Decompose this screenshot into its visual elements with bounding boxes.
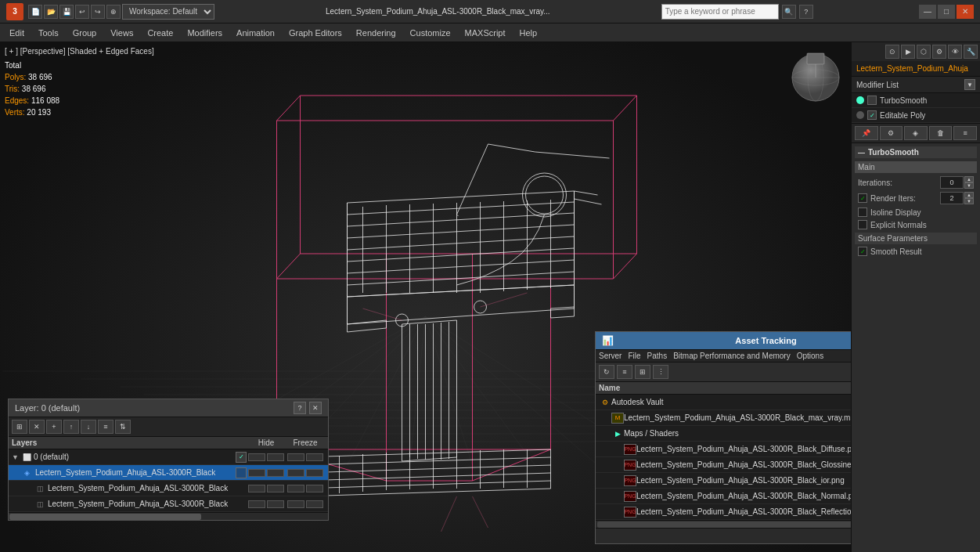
asset-btn-list[interactable]: ≡ <box>617 365 632 379</box>
display-btn[interactable]: 👁 <box>948 45 962 59</box>
configure-modifiers-btn[interactable]: ⚙ <box>880 126 903 140</box>
menu-rendering[interactable]: Rendering <box>350 27 402 39</box>
modifier-list-dropdown[interactable]: ▼ <box>964 79 975 90</box>
ts-header: — TurboSmooth <box>855 146 977 158</box>
svg-line-20 <box>614 96 637 121</box>
modifier-editable-poly[interactable]: ✓ Editable Poly <box>852 108 980 123</box>
svg-line-21 <box>614 254 637 279</box>
asset-menu-file[interactable]: File <box>628 352 640 360</box>
asset-menu-paths[interactable]: Paths <box>647 352 668 360</box>
menu-modifiers[interactable]: Modifiers <box>181 27 229 39</box>
make-unique-btn[interactable]: ◈ <box>904 126 928 140</box>
turbosmooth-checkbox[interactable] <box>867 96 877 105</box>
asset-btn-grid[interactable]: ⊞ <box>635 365 650 379</box>
modifier-turbosmooth[interactable]: TurboSmooth <box>852 93 980 108</box>
configure-btn-2[interactable]: ≡ <box>953 126 977 140</box>
new-file-btn[interactable]: 📄 <box>28 5 42 19</box>
pick-btn[interactable]: ⊕ <box>106 5 121 19</box>
layer-dot-12 <box>306 485 323 492</box>
redo-btn[interactable]: ↪ <box>91 5 105 19</box>
ts-render-cb[interactable]: ✓ <box>858 193 867 203</box>
viewport[interactable]: [ + ] [Perspective] [Shaded + Edged Face… <box>0 42 851 552</box>
ts-iter-down[interactable]: ▼ <box>964 182 974 189</box>
layer-tool-move-down[interactable]: ↓ <box>81 420 96 434</box>
workspace-selector[interactable]: Workspace: Default <box>122 4 214 20</box>
minimize-btn[interactable]: — <box>919 5 936 19</box>
asset-row-vault[interactable]: ⚙ Autodesk Vault Logged C <box>596 395 851 410</box>
layer-check[interactable]: ✓ <box>236 452 247 463</box>
asset-menu-server[interactable]: Server <box>599 352 622 360</box>
help-btn[interactable]: ? <box>799 5 813 19</box>
utilities-btn[interactable]: 🔧 <box>964 45 978 59</box>
layer-tool-add[interactable]: + <box>46 420 62 434</box>
search-btn[interactable]: 🔍 <box>782 5 796 19</box>
layer-selected-check[interactable] <box>236 467 247 478</box>
layer-tool-hierarchy[interactable]: ⊞ <box>12 420 27 434</box>
layer-row[interactable]: ▼ ⬜ 0 (default) ✓ <box>9 449 328 465</box>
menu-views[interactable]: Views <box>104 27 139 39</box>
turbosmooth-panel: — TurboSmooth Main Iterations: ▲ ▼ ✓ Ren… <box>852 143 980 262</box>
ts-render-iters-spinner[interactable]: ▲ ▼ <box>940 192 974 204</box>
layer-tool-move-up[interactable]: ↑ <box>63 420 79 434</box>
asset-row-ior[interactable]: PNG Lectern_System_Podium_Ahuja_ASL-3000… <box>596 473 851 489</box>
pin-stack-btn[interactable]: 📌 <box>855 126 878 140</box>
render-frame-btn[interactable]: ▶ <box>901 45 915 59</box>
ts-render-down[interactable]: ▼ <box>964 198 974 204</box>
menu-help[interactable]: Help <box>513 27 544 39</box>
menu-customize[interactable]: Customize <box>404 27 457 39</box>
maximize-btn[interactable]: □ <box>938 5 955 19</box>
asset-row-reflection[interactable]: PNG Lectern_System_Podium_Ahuja_ASL-3000… <box>596 504 851 520</box>
material-editor-btn[interactable]: ⬡ <box>917 45 931 59</box>
svg-rect-98 <box>807 53 824 64</box>
layer-row-3[interactable]: ◫ Lectern_System_Podium_Ahuja_ASL-3000R_… <box>9 481 328 496</box>
menu-edit[interactable]: Edit <box>3 27 31 39</box>
menu-maxscript[interactable]: MAXScript <box>459 27 512 39</box>
layer-tool-sort[interactable]: ⇅ <box>115 420 131 434</box>
layer-row-4[interactable]: ◫ Lectern_System_Podium_Ahuja_ASL-3000R_… <box>9 496 328 512</box>
ts-iterations-input[interactable] <box>940 176 964 189</box>
menu-tools[interactable]: Tools <box>32 27 65 39</box>
diffuse-name: Lectern_System_Podium_Ahuja_ASL-3000R_Bl… <box>636 445 851 453</box>
menu-animation[interactable]: Animation <box>230 27 281 39</box>
ts-isoline-cb[interactable]: ✓ <box>858 207 867 217</box>
ts-collapse-icon[interactable]: — <box>858 149 865 157</box>
layer-tool-delete[interactable]: ✕ <box>29 420 45 434</box>
asset-btn-refresh[interactable]: ↻ <box>599 365 614 379</box>
menu-create[interactable]: Create <box>141 27 179 39</box>
layer-tool-filter[interactable]: ≡ <box>98 420 113 434</box>
ts-render-iters-input[interactable] <box>940 192 964 204</box>
navigation-sphere[interactable] <box>788 50 843 105</box>
render-setup-btn[interactable]: ⊙ <box>885 45 899 59</box>
menu-group[interactable]: Group <box>67 27 103 39</box>
close-btn[interactable]: ✕ <box>957 5 974 19</box>
asset-horizontal-scrollbar[interactable] <box>596 520 851 528</box>
remove-modifier-btn[interactable]: 🗑 <box>929 126 953 140</box>
asset-row-max[interactable]: M Lectern_System_Podium_Ahuja_ASL-3000R_… <box>596 410 851 426</box>
layer-row-selected[interactable]: ◈ Lectern_System_Podium_Ahuja_ASL-3000R_… <box>9 465 328 481</box>
normal-name: Lectern_System_Podium_Ahuja_ASL-3000R_Bl… <box>636 492 851 500</box>
ts-render-up[interactable]: ▲ <box>964 192 974 198</box>
layer-dialog-close[interactable]: ✕ <box>309 402 322 414</box>
asset-row-gloss[interactable]: PNG Lectern_System_Podium_Ahuja_ASL-3000… <box>596 457 851 473</box>
asset-row-maps[interactable]: ▶ Maps / Shaders <box>596 426 851 442</box>
ts-title: TurboSmooth <box>868 148 919 157</box>
asset-btn-tree[interactable]: ⋮ <box>653 365 668 379</box>
settings-btn[interactable]: ⚙ <box>932 45 946 59</box>
layer-dialog-question[interactable]: ? <box>294 402 306 414</box>
ts-explicit-cb[interactable]: ✓ <box>858 220 867 229</box>
ts-iterations-spinner[interactable]: ▲ ▼ <box>940 176 974 189</box>
ts-iter-up[interactable]: ▲ <box>964 176 974 182</box>
asset-menu-options[interactable]: Options <box>797 352 823 360</box>
menu-graph-editors[interactable]: Graph Editors <box>283 27 348 39</box>
undo-btn[interactable]: ↩ <box>75 5 89 19</box>
search-input[interactable] <box>661 4 779 20</box>
save-btn[interactable]: 💾 <box>59 5 74 19</box>
editable-poly-checkbox[interactable]: ✓ <box>867 110 877 120</box>
asset-row-diffuse[interactable]: PNG Lectern_System_Podium_Ahuja_ASL-3000… <box>596 442 851 457</box>
layer-expand-icon: ▼ <box>12 453 23 461</box>
open-file-btn[interactable]: 📂 <box>44 5 58 19</box>
asset-menu-bitmap[interactable]: Bitmap Performance and Memory <box>673 352 791 360</box>
asset-row-normal[interactable]: PNG Lectern_System_Podium_Ahuja_ASL-3000… <box>596 489 851 504</box>
ts-smooth-cb[interactable]: ✓ <box>858 247 867 256</box>
layer-scrollbar[interactable] <box>9 512 328 520</box>
